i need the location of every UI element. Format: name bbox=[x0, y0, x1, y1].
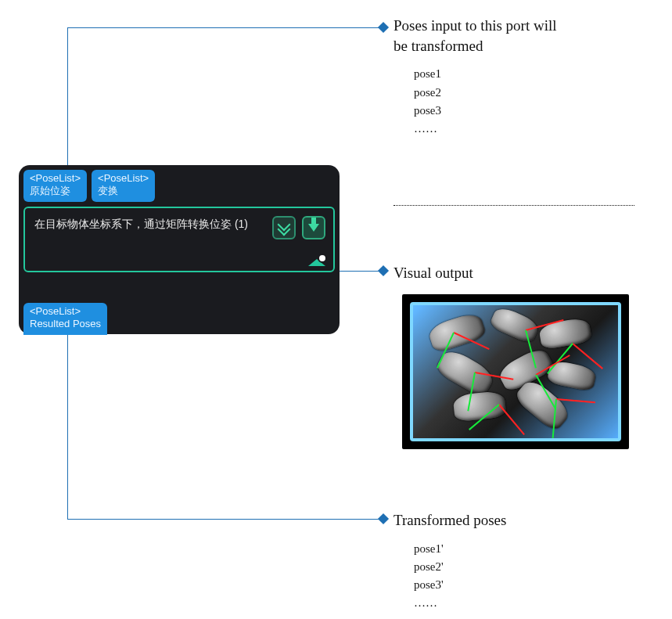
port-name-label: 变换 bbox=[98, 185, 149, 197]
annotation-input-title-line2: be transformed bbox=[393, 36, 644, 56]
input-port-original-poses[interactable]: <PoseList> 原始位姿 bbox=[23, 170, 87, 202]
transform-node[interactable]: <PoseList> 原始位姿 <PoseList> 变换 在目标物体坐标系下，… bbox=[19, 165, 340, 334]
list-item: pose2 bbox=[414, 84, 644, 102]
annotation-visual-output-label: Visual output bbox=[393, 265, 473, 281]
annotation-visual-output: Visual output bbox=[393, 263, 473, 283]
node-body[interactable]: 在目标物体坐标系下，通过矩阵转换位姿 (1) bbox=[23, 207, 335, 272]
annotation-output: Transformed poses pose1' pose2' pose3' …… bbox=[393, 510, 644, 613]
double-chevron-down-icon bbox=[279, 222, 289, 233]
port-type-label: <PoseList> bbox=[30, 172, 81, 185]
connector-input-vertical bbox=[67, 27, 68, 168]
port-type-label: <PoseList> bbox=[30, 305, 101, 318]
separator-dotted bbox=[393, 205, 634, 206]
node-title: 在目标物体坐标系下，通过矩阵转换位姿 (1) bbox=[34, 216, 272, 232]
connector-input-horizontal bbox=[67, 27, 379, 28]
expand-button[interactable] bbox=[272, 216, 296, 239]
list-item: …… bbox=[414, 594, 644, 612]
arrow-down-icon bbox=[308, 224, 319, 232]
list-item: pose2' bbox=[414, 558, 644, 576]
collapse-button[interactable] bbox=[302, 216, 325, 239]
list-item: pose1' bbox=[414, 540, 644, 558]
connector-output-end-diamond bbox=[378, 513, 389, 524]
annotation-input-list: pose1 pose2 pose3 …… bbox=[414, 65, 644, 138]
diagram-canvas: Poses input to this port will be transfo… bbox=[0, 0, 672, 619]
visual-output-preview bbox=[402, 294, 629, 449]
connector-visual-end-diamond bbox=[378, 265, 389, 276]
annotation-output-list: pose1' pose2' pose3' …… bbox=[414, 540, 644, 613]
connector-output-horizontal bbox=[67, 519, 379, 520]
input-port-transform[interactable]: <PoseList> 变换 bbox=[92, 170, 155, 202]
list-item: pose1 bbox=[414, 65, 644, 83]
list-item: pose3 bbox=[414, 102, 644, 120]
port-type-label: <PoseList> bbox=[98, 172, 149, 185]
list-item: …… bbox=[414, 120, 644, 138]
connector-output-vertical bbox=[67, 333, 68, 519]
connector-input-end-diamond bbox=[378, 22, 389, 33]
port-name-label: Resulted Poses bbox=[30, 318, 101, 330]
input-port-row: <PoseList> 原始位姿 <PoseList> 变换 bbox=[23, 170, 335, 202]
node-body-icon-group bbox=[272, 216, 325, 239]
annotation-output-title: Transformed poses bbox=[393, 510, 644, 531]
annotation-input-title-line1: Poses input to this port will bbox=[393, 16, 644, 36]
annotation-input: Poses input to this port will be transfo… bbox=[393, 16, 644, 138]
port-name-label: 原始位姿 bbox=[30, 185, 81, 197]
bin-container bbox=[410, 302, 621, 441]
visual-output-icon[interactable] bbox=[308, 255, 325, 266]
list-item: pose3' bbox=[414, 576, 644, 594]
output-port-resulted-poses[interactable]: <PoseList> Resulted Poses bbox=[23, 303, 107, 336]
